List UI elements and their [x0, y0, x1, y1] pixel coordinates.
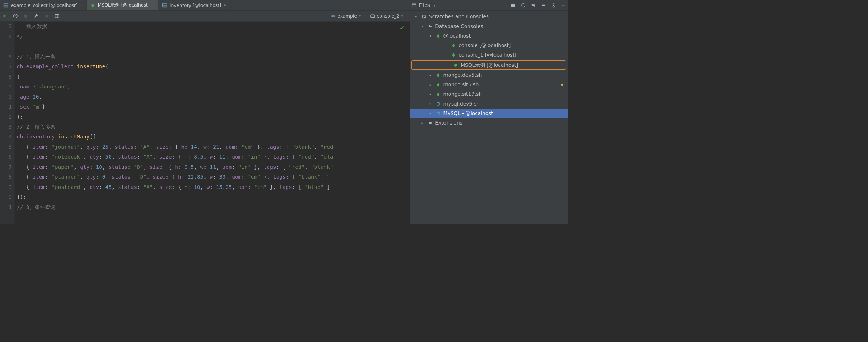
chevron-down-icon[interactable]	[427, 34, 433, 38]
editor-area[interactable]: 34 6789012345678901 插入数据*/ // 1、插入一条db.e…	[0, 22, 410, 224]
tree-node[interactable]: Extensions	[410, 118, 568, 128]
svg-point-12	[522, 3, 525, 7]
tree-node[interactable]: console [@localhost]	[410, 41, 568, 50]
code-line: */	[17, 31, 410, 41]
line-number: 5	[0, 142, 12, 152]
wrench-icon[interactable]	[34, 13, 39, 19]
files-title[interactable]: Files ▾	[412, 2, 435, 8]
leaf-icon	[90, 3, 95, 7]
locate-icon[interactable]	[521, 3, 526, 8]
tree-node[interactable]: Database Consoles	[410, 22, 568, 31]
chevron-right-icon[interactable]	[427, 92, 433, 96]
chevron-right-icon[interactable]	[427, 111, 433, 115]
expand-icon[interactable]	[531, 3, 536, 8]
gutter: 34 6789012345678901	[0, 22, 14, 224]
code-line: // 1、插入一条	[17, 52, 410, 61]
close-icon[interactable]: ✕	[224, 3, 227, 7]
chevron-down-icon[interactable]	[419, 24, 425, 28]
svg-rect-2	[46, 15, 48, 17]
files-title-label: Files	[419, 2, 430, 8]
line-number: 9	[0, 82, 12, 92]
code-line: { item: "notebook", qty: 50, status: "A"…	[17, 152, 410, 162]
chevron-right-icon[interactable]	[419, 121, 425, 125]
stop-icon[interactable]	[44, 13, 50, 19]
table-icon	[3, 3, 8, 8]
code-line: ]);	[17, 192, 410, 202]
chevron-down-icon: ▾	[401, 14, 403, 18]
files-panel: Files ▾	[410, 0, 568, 224]
code-line: // 3、条件查询	[17, 202, 410, 212]
tree-node-label: mongo.sit5.sh	[443, 82, 479, 88]
line-number: 8	[0, 72, 12, 81]
debug-icon[interactable]	[23, 13, 29, 19]
code-line: { item: "journal", qty: 25, status: "A",…	[17, 142, 410, 152]
chevron-down-icon: ▾	[359, 14, 361, 18]
line-number: 3	[0, 22, 12, 31]
tab-label: inventory [@localhost]	[170, 3, 221, 8]
split-icon[interactable]	[54, 13, 60, 19]
code-line: { item: "planner", qty: 0, status: "D", …	[17, 172, 410, 182]
tree-node[interactable]: @localhost	[410, 31, 568, 41]
sql-icon	[435, 111, 441, 115]
schema-selector[interactable]: example ▾	[331, 13, 361, 18]
code-content[interactable]: 插入数据*/ // 1、插入一条db.example_collect.inser…	[14, 22, 410, 224]
tree-node-label: Scratches and Consoles	[429, 14, 489, 20]
run-icon[interactable]	[2, 13, 8, 19]
gear-icon[interactable]	[551, 3, 556, 8]
collapse-icon[interactable]	[541, 3, 546, 8]
line-number: 3	[0, 122, 12, 132]
line-number	[0, 42, 12, 52]
line-number: 1	[0, 102, 12, 112]
editor-tab[interactable]: inventory [@localhost]✕	[159, 0, 230, 10]
chevron-right-icon[interactable]	[427, 73, 433, 77]
editor-tab[interactable]: example_collect [@localhost]✕	[0, 0, 87, 10]
code-line: {	[17, 72, 410, 81]
tree-node[interactable]: mongo.sit17.sh	[410, 90, 568, 99]
table-icon	[162, 3, 167, 8]
chevron-down-icon[interactable]	[413, 15, 419, 19]
editor-panel: example_collect [@localhost]✕MSQL示例 [@lo…	[0, 0, 410, 224]
files-panel-header: Files ▾	[410, 0, 568, 11]
tree-node[interactable]: console_1 [@localhost]	[410, 50, 568, 60]
folder-icon	[427, 24, 433, 28]
svg-point-22	[437, 112, 440, 113]
tree-node[interactable]: MSQL示例 [@localhost]	[411, 60, 566, 70]
tree-node-label: MSQL示例 [@localhost]	[461, 62, 518, 68]
code-line	[17, 42, 410, 52]
chevron-right-icon[interactable]	[427, 83, 433, 86]
tree-node[interactable]: mongo.sit5.sh	[410, 80, 568, 90]
scratches-icon	[421, 15, 426, 19]
tree-node-label: mongo.dev5.sh	[443, 72, 482, 78]
code-line: db.inventory.insertMany([	[17, 132, 410, 142]
code-line: );	[17, 112, 410, 122]
close-icon[interactable]: ✕	[152, 3, 155, 7]
leaf-icon	[435, 73, 441, 77]
tree-node[interactable]: mongo.dev5.sh	[410, 70, 568, 80]
svg-point-1	[24, 14, 27, 18]
chevron-right-icon[interactable]	[427, 102, 433, 106]
line-number: 6	[0, 152, 12, 162]
editor-toolbar: example ▾ console_2 ▾	[0, 11, 410, 22]
minimize-icon[interactable]	[561, 3, 566, 8]
tree-node-label: console_1 [@localhost]	[458, 52, 516, 58]
line-number: 2	[0, 112, 12, 122]
svg-point-9	[371, 16, 372, 17]
leaf-icon	[435, 83, 441, 87]
editor-tabs: example_collect [@localhost]✕MSQL示例 [@lo…	[0, 0, 410, 11]
leaf-icon	[451, 43, 456, 48]
files-icon	[412, 3, 416, 8]
open-icon[interactable]	[511, 3, 516, 8]
tree-node[interactable]: mysql.dev5.sh	[410, 99, 568, 109]
tree-node[interactable]: MySQL - @localhost	[410, 109, 568, 118]
tree-node-label: @localhost	[443, 33, 471, 39]
tree-node[interactable]: Scratches and Consoles	[410, 12, 568, 22]
close-icon[interactable]: ✕	[80, 3, 83, 7]
tree-node-label: Extensions	[435, 120, 462, 126]
editor-tab[interactable]: MSQL示例 [@localhost]✕	[87, 0, 159, 10]
history-icon[interactable]	[12, 13, 18, 19]
schema-label: example	[337, 13, 357, 18]
code-line: { item: "paper", qty: 10, status: "D", s…	[17, 162, 410, 172]
console-selector[interactable]: console_2 ▾	[370, 13, 403, 18]
folder-icon	[427, 121, 433, 125]
svg-rect-7	[333, 16, 335, 17]
